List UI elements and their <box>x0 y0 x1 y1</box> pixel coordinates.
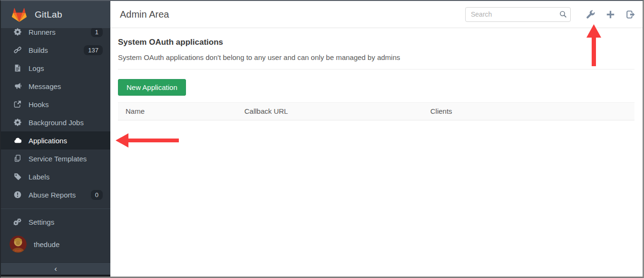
sidebar-item-logs[interactable]: Logs <box>1 59 110 77</box>
bullhorn-icon <box>13 82 21 90</box>
column-header-name: Name <box>118 103 237 120</box>
sidebar-nav: Runners 1 Builds 137 Logs Messages Hooks <box>1 23 110 204</box>
sidebar-item-label: Logs <box>29 64 44 72</box>
external-link-icon <box>13 100 21 109</box>
sidebar-item-label: Service Templates <box>29 155 87 163</box>
sidebar-item-labels[interactable]: Labels <box>1 168 110 186</box>
divider <box>118 69 634 70</box>
sidebar-item-label: Runners <box>29 28 56 36</box>
search-input[interactable] <box>465 7 571 22</box>
sidebar-item-settings[interactable]: Settings <box>1 213 110 231</box>
sidebar-item-label: Messages <box>29 82 61 90</box>
copy-icon <box>13 155 21 163</box>
tag-icon <box>13 173 21 181</box>
warning-icon <box>13 191 21 199</box>
cogs-icon <box>13 218 21 226</box>
section-description: System OAuth applications don't belong t… <box>118 53 634 61</box>
sidebar-item-label: Background Jobs <box>29 119 84 127</box>
sidebar-header[interactable]: GitLab <box>1 1 110 28</box>
chevron-left-icon: ‹ <box>54 264 57 274</box>
gitlab-admin-screen: GitLab Runners 1 Builds 137 Logs Message… <box>0 0 644 278</box>
sidebar-item-hooks[interactable]: Hooks <box>1 95 110 113</box>
sidebar-item-background-jobs[interactable]: Background Jobs <box>1 113 110 131</box>
gear-icon <box>13 28 21 36</box>
sidebar-item-builds[interactable]: Builds 137 <box>1 41 110 59</box>
sidebar-item-applications[interactable]: Applications <box>1 131 110 149</box>
chain-icon <box>13 46 21 54</box>
count-badge: 137 <box>84 45 103 55</box>
plus-icon[interactable] <box>606 10 615 19</box>
sidebar-item-label: Hooks <box>29 100 49 109</box>
sidebar-collapse-button[interactable]: ‹ <box>1 262 110 277</box>
header-icon-group <box>578 10 635 19</box>
table-header-row: Name Callback URL Clients <box>118 103 634 120</box>
count-badge: 0 <box>91 190 103 200</box>
sidebar-item-messages[interactable]: Messages <box>1 77 110 95</box>
sidebar-item-label: Abuse Reports <box>29 191 76 199</box>
content-panel: System OAuth applications System OAuth a… <box>110 28 643 120</box>
file-icon <box>13 64 21 72</box>
sidebar-item-label: Labels <box>29 173 49 181</box>
page-title: Admin Area <box>120 9 169 20</box>
sidebar-item-abuse-reports[interactable]: Abuse Reports 0 <box>1 186 110 204</box>
user-name: thedude <box>34 240 59 248</box>
sidebar-item-label: Applications <box>29 137 67 145</box>
column-header-clients: Clients <box>423 103 634 120</box>
wrench-icon[interactable] <box>586 10 595 19</box>
main-area: Admin Area System OAuth applications Sys… <box>110 1 643 277</box>
gitlab-logo-icon <box>11 7 28 22</box>
user-avatar <box>10 236 27 253</box>
top-header-bar: Admin Area <box>110 1 643 28</box>
search-icon <box>559 10 567 18</box>
gear-icon <box>13 119 21 127</box>
sidebar-item-label: Settings <box>29 218 54 226</box>
sidebar-item-label: Builds <box>29 46 48 54</box>
new-application-button[interactable]: New Application <box>118 79 186 96</box>
sidebar: GitLab Runners 1 Builds 137 Logs Message… <box>1 1 110 277</box>
column-header-callback-url: Callback URL <box>237 103 423 120</box>
brand-name: GitLab <box>35 10 62 20</box>
oauth-applications-table: Name Callback URL Clients <box>118 102 634 120</box>
sidebar-footer-section: Settings thedude <box>1 208 110 258</box>
sidebar-user-profile[interactable]: thedude <box>1 231 110 258</box>
sign-out-icon[interactable] <box>626 10 635 19</box>
cloud-icon <box>13 137 21 145</box>
sidebar-item-service-templates[interactable]: Service Templates <box>1 149 110 168</box>
section-heading: System OAuth applications <box>118 38 634 47</box>
search-box <box>465 7 571 22</box>
count-badge: 1 <box>91 27 103 37</box>
